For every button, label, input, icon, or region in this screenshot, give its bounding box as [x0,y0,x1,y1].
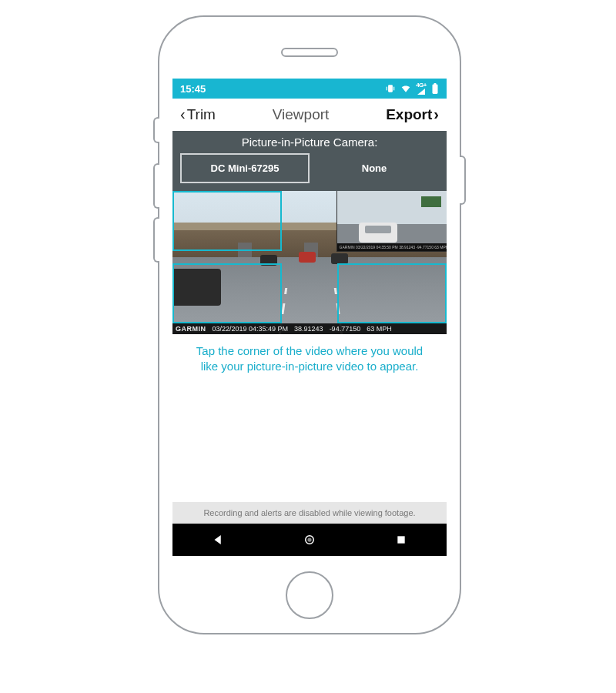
svg-rect-2 [393,87,394,91]
pip-option-none[interactable]: None [310,153,439,183]
chevron-right-icon: › [434,106,439,122]
app-header: ‹ Trim Viewport Export › [172,99,447,131]
nav-back-button[interactable] [195,524,241,556]
svg-rect-7 [397,536,404,543]
pip-hint-text: Tap the corner of the video where you wo… [172,334,447,375]
pip-inset[interactable]: GARMIN 03/22/2019 04:35:50 PM 38.91243 -… [336,191,447,252]
svg-rect-1 [387,87,387,91]
battery-icon [431,83,439,94]
recording-disabled-notice: Recording and alerts are disabled while … [172,502,447,524]
svg-rect-3 [433,84,438,94]
corner-top-left[interactable] [172,191,282,251]
pip-overlay-strip: GARMIN 03/22/2019 04:35:50 PM 38.91243 -… [337,243,447,251]
android-nav-bar [172,524,447,556]
screen-title: Viewport [273,106,330,123]
phone-speaker [281,48,338,57]
overlay-lat: 38.91243 [294,323,323,334]
svg-rect-4 [434,83,437,85]
nav-home-button[interactable] [286,524,333,556]
phone-frame: 15:45 4G+ ‹ Trim [158,15,461,634]
pip-option-selected[interactable]: DC Mini-67295 [180,153,310,183]
phone-home-button [286,571,333,619]
pip-vehicle [359,223,397,243]
cellular-icon: 4G+ [416,82,427,95]
svg-point-6 [307,537,311,541]
nav-recents-button[interactable] [378,524,424,556]
phone-power-button [460,156,466,205]
video-vehicle [331,253,348,264]
corner-bottom-left[interactable] [172,263,282,323]
video-overlay-strip: GARMIN 03/22/2019 04:35:49 PM 38.91243 -… [172,323,447,334]
phone-volume-down [153,217,159,263]
back-button[interactable]: ‹ Trim [180,106,216,123]
svg-rect-0 [388,85,393,92]
wifi-icon [400,83,411,94]
back-label: Trim [187,106,216,123]
status-time: 15:45 [180,83,206,95]
square-recents-icon [395,534,407,546]
pip-camera-options: DC Mini-67295 None [180,153,439,183]
vibrate-icon [385,83,396,94]
forward-button[interactable]: Export › [386,106,439,123]
overlay-brand: GARMIN [176,323,206,334]
overlay-speed: 63 MPH [367,323,392,334]
overlay-datetime: 03/22/2019 04:35:49 PM [213,323,289,334]
pip-road-sign [420,196,442,208]
circle-home-icon [303,533,316,547]
phone-volume-up [153,163,159,209]
phone-side-button [153,117,159,143]
video-preview: GARMIN 03/22/2019 04:35:50 PM 38.91243 -… [172,191,447,334]
video-vehicle [299,252,316,263]
overlay-lon: -94.77150 [330,323,361,334]
status-bar: 15:45 4G+ [172,79,447,99]
forward-label: Export [386,106,432,123]
chevron-left-icon: ‹ [180,106,186,122]
corner-bottom-right[interactable] [337,263,447,323]
status-icons: 4G+ [385,82,439,95]
pip-camera-title: Picture-in-Picture Camera: [180,136,439,149]
network-label: 4G+ [416,82,427,89]
triangle-back-icon [211,533,225,547]
pip-camera-section: Picture-in-Picture Camera: DC Mini-67295… [172,131,447,191]
screen: 15:45 4G+ ‹ Trim [172,79,447,556]
